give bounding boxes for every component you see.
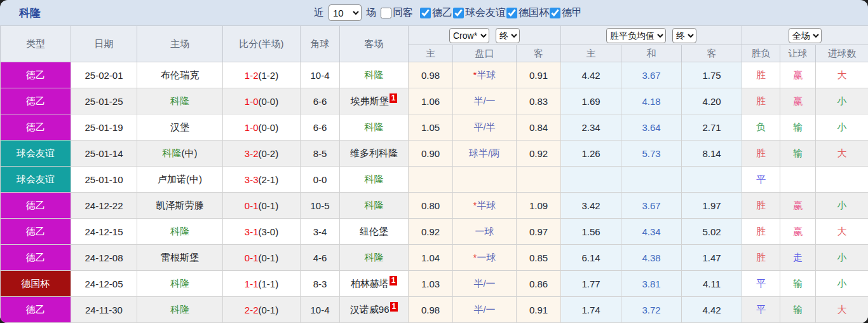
topbar: 科隆 近 10 场 同客 德乙 球会友谊 (0, 0, 868, 25)
corners-cell: 0-0 (301, 167, 340, 193)
league-filter-group: 德乙 球会友谊 德国杯 德甲 (420, 6, 582, 20)
euro-avg-select[interactable]: 胜平负均值 (606, 28, 666, 43)
scope-select[interactable]: 全场 (789, 28, 822, 43)
home-team-suffix: (中) (182, 148, 198, 158)
home-team-name: 科隆 (170, 278, 189, 289)
line-text: 一球 (475, 226, 494, 237)
spread-result-cell: 赢 (780, 193, 816, 219)
same-away-filter[interactable]: 同客 (381, 6, 413, 20)
euro-draw-odds-cell: 3.81 (621, 271, 682, 297)
home-team-name: 卢加诺(中) (158, 174, 202, 184)
euro-home-odds-cell: 1.77 (561, 271, 621, 297)
league-filter-dey2[interactable]: 德乙 (420, 6, 452, 20)
asia-home-odds-cell: 0.92 (409, 219, 453, 245)
subheader-spread: 让球 (780, 45, 816, 62)
halftime-score: (1-2) (259, 70, 279, 81)
league-type-cell: 球会友谊 (1, 141, 71, 167)
away-team-cell: 科隆 (340, 62, 409, 88)
fulltime-score: 1-0 (245, 96, 259, 107)
asia-line-cell: 平/半 (453, 114, 517, 141)
league-checkbox-friendly[interactable] (453, 8, 464, 18)
fulltime-score: 3-2 (245, 148, 259, 159)
line-text: 半/一 (473, 278, 495, 289)
asia-home-odds-cell: 1.06 (409, 88, 453, 114)
euro-draw-odds-cell: 4.18 (621, 88, 682, 114)
home-team-cell: 卢加诺(中) (137, 167, 223, 193)
fulltime-score: 3-1 (245, 226, 259, 237)
subheader-result: 胜负 (742, 45, 780, 62)
spread-result-cell: 赢 (780, 219, 816, 245)
odds-company-select[interactable]: Crow* (449, 28, 489, 43)
euro-away-odds-cell (682, 167, 742, 193)
fulltime-score: 0-1 (245, 200, 259, 211)
score-cell: 1-0(0-0) (223, 114, 301, 141)
asia-home-odds-cell: 0.90 (409, 141, 453, 167)
league-checkbox-cup[interactable] (506, 8, 517, 18)
euro-draw-odds-cell: 3.67 (621, 62, 682, 88)
recent-count-select[interactable]: 10 (329, 4, 362, 21)
away-team-name: 科隆 (365, 252, 384, 263)
asia-line-cell: 球半/两 (453, 141, 517, 167)
euro-draw-odds-cell: 3.72 (621, 297, 682, 323)
spread-result-cell: 走 (780, 245, 816, 271)
asia-odds-time-select[interactable]: 终 (496, 28, 520, 43)
goals-result-cell: 小 (816, 114, 868, 141)
away-team-name: 科隆 (365, 121, 384, 132)
home-team-cell: 科隆 (137, 88, 223, 114)
result-cell: 负 (742, 114, 780, 141)
halftime-score: (0-0) (259, 122, 279, 133)
rank-badge: 1 (390, 276, 398, 285)
euro-draw-odds-cell: 3.67 (621, 193, 682, 219)
home-team-name: 科隆 (170, 226, 189, 237)
corners-cell: 6-6 (301, 114, 340, 141)
euro-away-odds-cell: 4.42 (682, 297, 742, 323)
asia-line-cell: *一球 (453, 245, 517, 271)
goals-result-cell: 小 (816, 193, 868, 219)
subheader-goals: 进球数 (816, 45, 868, 62)
header-away: 客场 (340, 26, 409, 62)
result-cell: 胜 (742, 88, 780, 114)
euro-away-odds-cell: 2.71 (682, 114, 742, 141)
recent-suffix-label: 场 (366, 6, 376, 20)
header-date: 日期 (71, 26, 137, 62)
league-filter-cup[interactable]: 德国杯 (506, 6, 549, 20)
euro-away-odds-cell: 1.75 (682, 62, 742, 88)
euro-odds-time-select[interactable]: 终 (672, 28, 696, 43)
league-type-cell: 德乙 (1, 219, 71, 245)
match-history-panel: 科隆 近 10 场 同客 德乙 球会友谊 (0, 0, 868, 323)
date-cell: 24-12-05 (71, 271, 137, 297)
league-checkbox-de1[interactable] (550, 8, 560, 18)
league-checkbox-dey2[interactable] (420, 8, 431, 18)
home-team-name: 汉堡 (170, 121, 189, 132)
away-team-cell: 维多利科隆 (340, 141, 409, 167)
fulltime-score: 3-3 (245, 174, 259, 185)
same-away-checkbox[interactable] (381, 8, 391, 18)
home-team-cell: 科隆 (137, 297, 223, 323)
goals-result-cell: 大 (816, 62, 868, 88)
asia-line-cell: 半/一 (453, 88, 517, 114)
halftime-score: (0-1) (259, 252, 279, 263)
league-filter-friendly[interactable]: 球会友谊 (453, 6, 506, 20)
result-cell: 胜 (742, 219, 780, 245)
date-cell: 24-12-22 (71, 193, 137, 219)
away-team-name: 维多利科隆 (350, 148, 398, 158)
score-cell: 3-2(0-2) (223, 141, 301, 167)
corners-cell: 4-6 (301, 245, 340, 271)
halftime-score: (1-1) (259, 278, 279, 289)
asia-away-odds-cell: 0.91 (517, 62, 561, 88)
asia-line-cell (453, 167, 517, 193)
home-team-cell: 凯泽斯劳滕 (137, 193, 223, 219)
date-cell: 25-01-25 (71, 88, 137, 114)
date-cell: 24-12-15 (71, 219, 137, 245)
euro-home-odds-cell: 2.34 (561, 114, 621, 141)
result-cell: 胜 (742, 62, 780, 88)
euro-home-odds-cell: 1.56 (561, 219, 621, 245)
league-filter-de1[interactable]: 德甲 (550, 6, 582, 20)
league-type-cell: 德国杯 (1, 271, 71, 297)
asia-away-odds-cell: 0.97 (517, 219, 561, 245)
date-cell: 24-12-08 (71, 245, 137, 271)
asia-away-odds-cell: 0.92 (517, 141, 561, 167)
away-team-cell: 纽伦堡 (340, 219, 409, 245)
line-text: 半球 (477, 200, 496, 210)
euro-away-odds-cell: 4.11 (682, 271, 742, 297)
